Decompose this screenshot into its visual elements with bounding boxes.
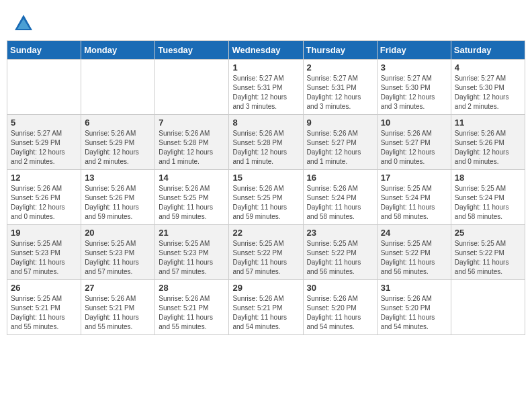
calendar-body: 1Sunrise: 5:27 AM Sunset: 5:31 PM Daylig…: [7, 60, 525, 335]
day-number: 13: [85, 173, 151, 183]
calendar-cell: 5Sunrise: 5:27 AM Sunset: 5:29 PM Daylig…: [7, 115, 81, 170]
calendar-week-row: 12Sunrise: 5:26 AM Sunset: 5:26 PM Dayli…: [7, 170, 525, 225]
calendar-cell: 23Sunrise: 5:25 AM Sunset: 5:22 PM Dayli…: [303, 225, 377, 280]
day-info: Sunrise: 5:26 AM Sunset: 5:25 PM Dayligh…: [159, 184, 225, 222]
day-number: 27: [85, 283, 151, 293]
day-number: 26: [11, 283, 77, 293]
day-number: 12: [11, 173, 77, 183]
day-number: 7: [159, 118, 225, 128]
calendar-cell: 12Sunrise: 5:26 AM Sunset: 5:26 PM Dayli…: [7, 170, 81, 225]
calendar-cell: 2Sunrise: 5:27 AM Sunset: 5:31 PM Daylig…: [303, 60, 377, 115]
day-number: 20: [85, 228, 151, 238]
calendar-cell: 24Sunrise: 5:25 AM Sunset: 5:22 PM Dayli…: [377, 225, 451, 280]
day-number: 9: [307, 118, 373, 128]
calendar-week-row: 5Sunrise: 5:27 AM Sunset: 5:29 PM Daylig…: [7, 115, 525, 170]
calendar-cell: 6Sunrise: 5:26 AM Sunset: 5:29 PM Daylig…: [81, 115, 155, 170]
weekday-header-monday: Monday: [81, 41, 155, 60]
day-info: Sunrise: 5:26 AM Sunset: 5:27 PM Dayligh…: [381, 129, 447, 167]
weekday-header-friday: Friday: [377, 41, 451, 60]
calendar-cell: 16Sunrise: 5:26 AM Sunset: 5:24 PM Dayli…: [303, 170, 377, 225]
day-number: 5: [11, 118, 77, 128]
calendar-cell: 15Sunrise: 5:26 AM Sunset: 5:25 PM Dayli…: [229, 170, 303, 225]
day-info: Sunrise: 5:25 AM Sunset: 5:22 PM Dayligh…: [455, 239, 521, 277]
day-info: Sunrise: 5:25 AM Sunset: 5:23 PM Dayligh…: [85, 239, 151, 277]
day-number: 8: [232, 118, 299, 128]
calendar-week-row: 19Sunrise: 5:25 AM Sunset: 5:23 PM Dayli…: [7, 225, 525, 280]
calendar-cell: [451, 280, 525, 335]
day-number: 14: [159, 173, 225, 183]
day-number: 22: [232, 228, 299, 238]
calendar-week-row: 26Sunrise: 5:25 AM Sunset: 5:21 PM Dayli…: [7, 280, 525, 335]
day-info: Sunrise: 5:26 AM Sunset: 5:20 PM Dayligh…: [381, 294, 447, 332]
calendar-cell: 13Sunrise: 5:26 AM Sunset: 5:26 PM Dayli…: [81, 170, 155, 225]
day-info: Sunrise: 5:26 AM Sunset: 5:21 PM Dayligh…: [85, 294, 151, 332]
day-info: Sunrise: 5:26 AM Sunset: 5:27 PM Dayligh…: [307, 129, 373, 167]
day-number: 24: [381, 228, 447, 238]
day-number: 6: [85, 118, 151, 128]
day-number: 28: [159, 283, 225, 293]
day-info: Sunrise: 5:25 AM Sunset: 5:23 PM Dayligh…: [159, 239, 225, 277]
day-number: 4: [455, 62, 521, 73]
day-number: 29: [232, 283, 299, 293]
day-number: 25: [455, 228, 521, 238]
day-info: Sunrise: 5:27 AM Sunset: 5:29 PM Dayligh…: [11, 129, 77, 167]
day-number: 16: [307, 173, 373, 183]
calendar-cell: 21Sunrise: 5:25 AM Sunset: 5:23 PM Dayli…: [155, 225, 229, 280]
day-number: 11: [455, 118, 521, 128]
day-number: 19: [11, 228, 77, 238]
day-number: 17: [381, 173, 447, 183]
day-number: 10: [381, 118, 447, 128]
day-number: 1: [232, 62, 299, 73]
day-info: Sunrise: 5:26 AM Sunset: 5:24 PM Dayligh…: [307, 184, 373, 222]
calendar-header: SundayMondayTuesdayWednesdayThursdayFrid…: [7, 41, 525, 60]
weekday-header-row: SundayMondayTuesdayWednesdayThursdayFrid…: [7, 41, 525, 60]
day-info: Sunrise: 5:26 AM Sunset: 5:29 PM Dayligh…: [85, 129, 151, 167]
logo: [13, 13, 36, 34]
day-number: 15: [232, 173, 299, 183]
calendar-week-row: 1Sunrise: 5:27 AM Sunset: 5:31 PM Daylig…: [7, 60, 525, 115]
calendar-cell: 3Sunrise: 5:27 AM Sunset: 5:30 PM Daylig…: [377, 60, 451, 115]
day-info: Sunrise: 5:25 AM Sunset: 5:22 PM Dayligh…: [232, 239, 299, 277]
logo-icon: [13, 13, 34, 34]
calendar-cell: 7Sunrise: 5:26 AM Sunset: 5:28 PM Daylig…: [155, 115, 229, 170]
calendar-cell: 17Sunrise: 5:25 AM Sunset: 5:24 PM Dayli…: [377, 170, 451, 225]
calendar-cell: [7, 60, 81, 115]
calendar-cell: 9Sunrise: 5:26 AM Sunset: 5:27 PM Daylig…: [303, 115, 377, 170]
weekday-header-saturday: Saturday: [451, 41, 525, 60]
day-info: Sunrise: 5:27 AM Sunset: 5:30 PM Dayligh…: [381, 74, 447, 111]
weekday-header-thursday: Thursday: [303, 41, 377, 60]
calendar-cell: 31Sunrise: 5:26 AM Sunset: 5:20 PM Dayli…: [377, 280, 451, 335]
calendar-cell: [81, 60, 155, 115]
day-info: Sunrise: 5:26 AM Sunset: 5:28 PM Dayligh…: [159, 129, 225, 167]
day-info: Sunrise: 5:25 AM Sunset: 5:23 PM Dayligh…: [11, 239, 77, 277]
calendar-cell: 10Sunrise: 5:26 AM Sunset: 5:27 PM Dayli…: [377, 115, 451, 170]
calendar-table: SundayMondayTuesdayWednesdayThursdayFrid…: [7, 40, 525, 335]
day-info: Sunrise: 5:26 AM Sunset: 5:26 PM Dayligh…: [85, 184, 151, 222]
day-info: Sunrise: 5:25 AM Sunset: 5:24 PM Dayligh…: [455, 184, 521, 222]
calendar-cell: 18Sunrise: 5:25 AM Sunset: 5:24 PM Dayli…: [451, 170, 525, 225]
calendar-cell: 20Sunrise: 5:25 AM Sunset: 5:23 PM Dayli…: [81, 225, 155, 280]
day-info: Sunrise: 5:26 AM Sunset: 5:20 PM Dayligh…: [307, 294, 373, 332]
day-number: 18: [455, 173, 521, 183]
calendar-cell: 29Sunrise: 5:26 AM Sunset: 5:21 PM Dayli…: [229, 280, 303, 335]
day-info: Sunrise: 5:27 AM Sunset: 5:30 PM Dayligh…: [455, 74, 521, 111]
day-info: Sunrise: 5:25 AM Sunset: 5:24 PM Dayligh…: [381, 184, 447, 222]
calendar-cell: 19Sunrise: 5:25 AM Sunset: 5:23 PM Dayli…: [7, 225, 81, 280]
day-info: Sunrise: 5:27 AM Sunset: 5:31 PM Dayligh…: [307, 74, 373, 111]
day-info: Sunrise: 5:26 AM Sunset: 5:26 PM Dayligh…: [455, 129, 521, 167]
day-number: 30: [307, 283, 373, 293]
calendar-cell: 30Sunrise: 5:26 AM Sunset: 5:20 PM Dayli…: [303, 280, 377, 335]
calendar-cell: 28Sunrise: 5:26 AM Sunset: 5:21 PM Dayli…: [155, 280, 229, 335]
calendar-cell: 22Sunrise: 5:25 AM Sunset: 5:22 PM Dayli…: [229, 225, 303, 280]
day-number: 3: [381, 62, 447, 73]
calendar-cell: 11Sunrise: 5:26 AM Sunset: 5:26 PM Dayli…: [451, 115, 525, 170]
calendar-cell: 1Sunrise: 5:27 AM Sunset: 5:31 PM Daylig…: [229, 60, 303, 115]
day-info: Sunrise: 5:26 AM Sunset: 5:28 PM Dayligh…: [232, 129, 299, 167]
day-number: 2: [307, 62, 373, 73]
weekday-header-tuesday: Tuesday: [155, 41, 229, 60]
calendar-cell: 14Sunrise: 5:26 AM Sunset: 5:25 PM Dayli…: [155, 170, 229, 225]
day-number: 23: [307, 228, 373, 238]
day-info: Sunrise: 5:27 AM Sunset: 5:31 PM Dayligh…: [232, 74, 299, 111]
weekday-header-sunday: Sunday: [7, 41, 81, 60]
day-number: 31: [381, 283, 447, 293]
